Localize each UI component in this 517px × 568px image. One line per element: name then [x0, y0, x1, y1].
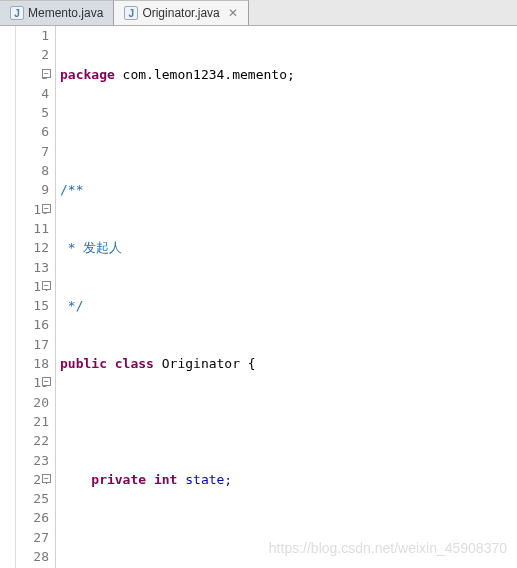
line-number: 5 [16, 103, 49, 122]
editor-area: 123−45678910−11121314−1516171819−2021222… [0, 26, 517, 568]
line-number: 25 [16, 489, 49, 508]
tab-label: Memento.java [28, 6, 103, 20]
fold-toggle-icon[interactable]: − [42, 204, 51, 213]
java-file-icon: J [10, 6, 24, 20]
line-number: 6 [16, 122, 49, 141]
line-number: 9 [16, 180, 49, 199]
line-number: 3− [16, 65, 49, 84]
line-number: 14− [16, 277, 49, 296]
line-number: 8 [16, 161, 49, 180]
line-number-gutter: 123−45678910−11121314−1516171819−2021222… [16, 26, 56, 568]
java-file-icon: J [124, 6, 138, 20]
line-number: 19− [16, 373, 49, 392]
line-number: 26 [16, 508, 49, 527]
line-number: 22 [16, 431, 49, 450]
line-number: 7 [16, 142, 49, 161]
code-area[interactable]: package com.lemon1234.memento; /** * 发起人… [56, 26, 517, 568]
close-icon[interactable]: ✕ [228, 6, 238, 20]
marker-bar [0, 26, 16, 568]
line-number: 11 [16, 219, 49, 238]
line-number: 21 [16, 412, 49, 431]
fold-toggle-icon[interactable]: − [42, 281, 51, 290]
line-number: 12 [16, 238, 49, 257]
fold-toggle-icon[interactable]: − [42, 474, 51, 483]
line-number: 18 [16, 354, 49, 373]
line-number: 4 [16, 84, 49, 103]
line-number: 16 [16, 315, 49, 334]
line-number: 15 [16, 296, 49, 315]
line-number: 2 [16, 45, 49, 64]
line-number: 1 [16, 26, 49, 45]
fold-toggle-icon[interactable]: − [42, 377, 51, 386]
line-number: 28 [16, 547, 49, 566]
line-number: 17 [16, 335, 49, 354]
line-number: 13 [16, 258, 49, 277]
line-number: 20 [16, 393, 49, 412]
fold-toggle-icon[interactable]: − [42, 69, 51, 78]
line-number: 10− [16, 200, 49, 219]
editor-tabs: J Memento.java J Originator.java ✕ [0, 0, 517, 26]
tab-memento[interactable]: J Memento.java [0, 0, 114, 25]
line-number: 23 [16, 451, 49, 470]
line-number: 24− [16, 470, 49, 489]
tab-originator[interactable]: J Originator.java ✕ [114, 0, 248, 25]
line-number: 27 [16, 528, 49, 547]
tab-label: Originator.java [142, 6, 219, 20]
